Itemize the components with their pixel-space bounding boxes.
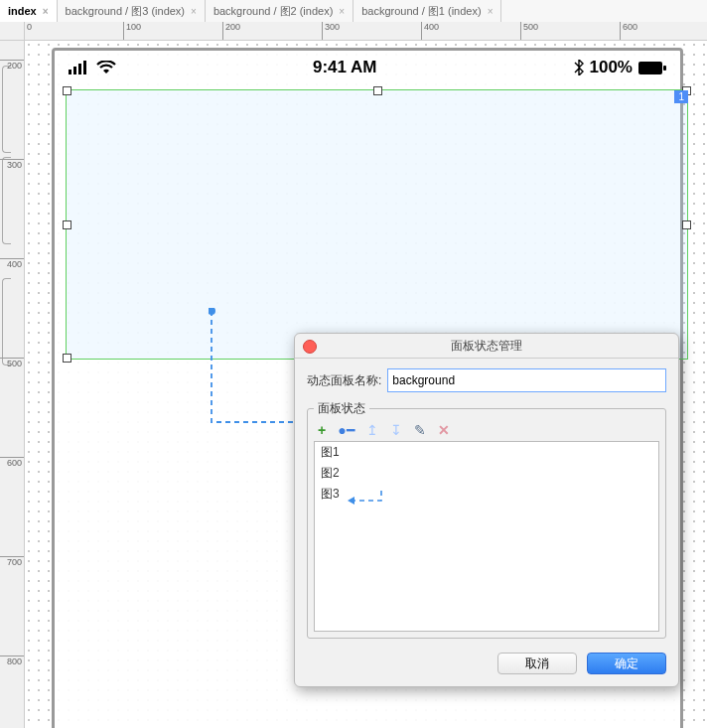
resize-handle[interactable]: [682, 220, 691, 229]
resize-handle[interactable]: [373, 86, 382, 95]
panel-state-dialog[interactable]: 面板状态管理 动态面板名称: 面板状态 + ●━ ↥ ↧ ✎ ✕ 图1 图: [294, 333, 679, 687]
ruler-tick: 400: [0, 258, 24, 269]
duplicate-state-icon[interactable]: ●━: [338, 423, 354, 437]
close-icon[interactable]: ×: [191, 6, 197, 17]
tab-bar: index × background / 图3 (index) × backgr…: [0, 0, 707, 23]
ruler-tick: 0: [24, 22, 32, 40]
ruler-horizontal[interactable]: 0 100 200 300 400 500 600: [24, 22, 707, 41]
delete-state-icon[interactable]: ✕: [438, 423, 450, 437]
states-list[interactable]: 图1 图2 图3: [314, 441, 659, 632]
bluetooth-icon: [574, 60, 584, 75]
dialog-footer: 取消 确定: [295, 645, 678, 686]
list-item[interactable]: 图1: [315, 442, 658, 463]
app: index × background / 图3 (index) × backgr…: [0, 0, 707, 728]
tab-label: background / 图3 (index): [66, 4, 185, 19]
states-toolbar: + ●━ ↥ ↧ ✎ ✕: [314, 421, 659, 441]
ruler-tick: 600: [0, 457, 24, 468]
svg-rect-2: [78, 64, 81, 74]
panel-name-label: 动态面板名称:: [307, 372, 381, 389]
svg-rect-0: [69, 70, 71, 74]
wifi-icon: [96, 61, 116, 74]
ruler-tick: 800: [0, 655, 24, 666]
tab-label: background / 图2 (index): [213, 4, 333, 19]
tab-label: index: [8, 5, 37, 17]
ok-button[interactable]: 确定: [587, 653, 666, 674]
svg-rect-4: [638, 62, 662, 74]
panel-name-row: 动态面板名称:: [307, 368, 666, 392]
status-left: [69, 61, 116, 74]
cellular-icon: [69, 61, 90, 74]
svg-rect-1: [73, 67, 76, 74]
move-down-icon[interactable]: ↧: [390, 423, 402, 437]
dialog-body: 动态面板名称: 面板状态 + ●━ ↥ ↧ ✎ ✕ 图1 图2 图3: [295, 359, 678, 645]
list-item[interactable]: 图3: [315, 484, 658, 505]
phone-status-bar: 9:41 AM 100%: [55, 51, 680, 84]
edit-state-icon[interactable]: ✎: [414, 423, 426, 437]
status-right: 100%: [574, 58, 666, 77]
ruler-tick: 100: [123, 22, 141, 40]
status-time: 9:41 AM: [313, 58, 377, 77]
add-state-icon[interactable]: +: [318, 423, 326, 437]
ruler-tick: 400: [421, 22, 439, 40]
ruler-vertical[interactable]: 200 300 400 500 600 700 800: [0, 40, 25, 728]
guide-bracket: [2, 66, 11, 153]
list-item[interactable]: 图2: [315, 463, 658, 484]
ruler-tick: 500: [520, 22, 538, 40]
ruler-tick: 500: [0, 358, 24, 368]
ruler-tick: 200: [222, 22, 240, 40]
ruler-corner: [0, 22, 25, 41]
ruler-tick: 300: [322, 22, 340, 40]
close-icon[interactable]: ×: [488, 6, 494, 17]
resize-handle[interactable]: [63, 86, 71, 95]
ruler-tick: 600: [620, 22, 637, 40]
close-icon[interactable]: ×: [339, 6, 345, 17]
battery-icon: [638, 62, 666, 74]
move-up-icon[interactable]: ↥: [366, 423, 378, 437]
cancel-button[interactable]: 取消: [497, 653, 577, 674]
tab-bg3[interactable]: background / 图3 (index) ×: [58, 0, 206, 22]
tab-bg1[interactable]: background / 图1 (index) ×: [354, 0, 501, 22]
panel-name-input[interactable]: [387, 368, 666, 392]
battery-pct: 100%: [590, 58, 633, 77]
tab-label: background / 图1 (index): [361, 4, 481, 19]
ruler-tick: 700: [0, 556, 24, 567]
close-icon[interactable]: ×: [43, 6, 49, 17]
dialog-title: 面板状态管理: [451, 338, 522, 355]
svg-rect-3: [83, 61, 86, 74]
svg-rect-5: [663, 66, 666, 71]
guide-bracket: [2, 157, 11, 244]
states-fieldset: 面板状态 + ●━ ↥ ↧ ✎ ✕ 图1 图2 图3: [307, 400, 666, 639]
states-legend: 面板状态: [314, 400, 369, 417]
ruler-tick: 200: [0, 60, 24, 71]
resize-handle[interactable]: [63, 354, 71, 363]
guide-bracket: [2, 278, 11, 365]
ruler-tick: 300: [0, 159, 24, 170]
tab-index[interactable]: index ×: [0, 0, 58, 22]
selection-order-badge: 1: [674, 90, 688, 103]
resize-handle[interactable]: [63, 220, 71, 229]
window-close-icon[interactable]: [303, 340, 317, 354]
dialog-titlebar[interactable]: 面板状态管理: [295, 334, 678, 359]
selection-rect[interactable]: 1: [66, 89, 688, 360]
tab-bg2[interactable]: background / 图2 (index) ×: [206, 0, 354, 22]
